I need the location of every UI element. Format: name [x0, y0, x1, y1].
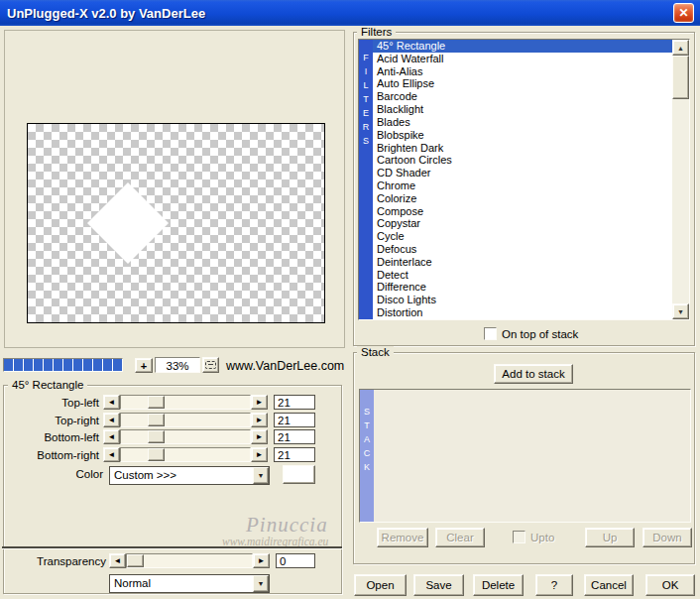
- filter-list-item[interactable]: Defocus: [373, 243, 672, 256]
- slider-value-field[interactable]: 21: [274, 429, 315, 444]
- scroll-down-icon[interactable]: ▼: [672, 303, 689, 319]
- preview-panel: [4, 30, 345, 348]
- color-label: Color: [0, 468, 103, 480]
- slider-thumb[interactable]: [148, 448, 165, 461]
- delete-button[interactable]: Delete: [473, 574, 524, 596]
- filter-list-item[interactable]: Detect: [373, 269, 672, 282]
- stack-listbox: STACK: [359, 389, 691, 523]
- zoom-level-field[interactable]: 33%: [155, 357, 200, 373]
- slider-track[interactable]: [120, 395, 251, 410]
- slider-right-arrow-button[interactable]: ►: [251, 395, 268, 410]
- progress-bar: [3, 358, 123, 372]
- slider-thumb[interactable]: [148, 430, 165, 443]
- filter-list-item[interactable]: Difference: [373, 281, 672, 294]
- scrollbar-thumb[interactable]: [672, 56, 689, 99]
- close-button[interactable]: ✕: [673, 3, 694, 23]
- chevron-down-icon[interactable]: ▼: [253, 575, 269, 592]
- slider-left-arrow-button[interactable]: ◄: [103, 395, 120, 410]
- slider-right-arrow-button[interactable]: ►: [251, 429, 268, 444]
- filter-list-item[interactable]: Blacklight: [373, 103, 672, 116]
- filter-list-item[interactable]: Blobspike: [373, 129, 672, 142]
- params-group-label: 45° Rectangle: [8, 379, 87, 391]
- transparency-left-arrow-button[interactable]: ◄: [109, 553, 126, 568]
- slider-track[interactable]: [120, 429, 251, 444]
- slider-row: Top-left ◄ ► 21: [0, 395, 342, 410]
- watermark-name: Pinuccia: [246, 513, 328, 538]
- slider-thumb[interactable]: [148, 396, 165, 409]
- filter-list-item[interactable]: 45° Rectangle: [373, 40, 672, 53]
- on-top-of-stack-checkbox[interactable]: [484, 327, 497, 340]
- slider-value-field[interactable]: 21: [274, 447, 315, 462]
- add-to-stack-button[interactable]: Add to stack: [494, 364, 573, 384]
- upto-checkbox[interactable]: [513, 531, 525, 543]
- filter-list-item[interactable]: Blades: [373, 116, 672, 129]
- slider-thumb[interactable]: [148, 414, 165, 426]
- slider-track[interactable]: [120, 447, 251, 462]
- slider-value-field[interactable]: 21: [274, 395, 315, 410]
- filter-list-item[interactable]: Compose: [373, 205, 672, 218]
- slider-right-arrow-button[interactable]: ►: [251, 447, 268, 462]
- clear-button[interactable]: Clear: [435, 528, 485, 547]
- transparency-slider-row: ◄ ► 0: [109, 553, 315, 568]
- filter-list-item[interactable]: Auto Ellipse: [373, 77, 672, 90]
- slider-rows: Top-left ◄ ► 21 Top-right ◄ ► 21 Bottom-…: [0, 395, 342, 464]
- stack-vertical-bar: STACK: [360, 390, 374, 522]
- filter-list-item[interactable]: Cartoon Circles: [373, 154, 672, 167]
- transparency-label: Transparency: [0, 555, 106, 567]
- filter-list-item[interactable]: Copystar: [373, 217, 672, 230]
- help-button[interactable]: ?: [535, 574, 573, 596]
- zoom-plus-button[interactable]: +: [135, 358, 153, 373]
- color-swatch[interactable]: [283, 465, 315, 484]
- filter-list-item[interactable]: Acid Waterfall: [373, 53, 672, 65]
- down-button[interactable]: Down: [642, 528, 692, 547]
- preview-diamond-shape: [87, 182, 169, 264]
- filters-vertical-bar: FILTERS: [359, 40, 373, 319]
- slider-track[interactable]: [120, 413, 251, 427]
- slider-right-arrow-button[interactable]: ►: [251, 413, 268, 427]
- transparency-slider-track[interactable]: [126, 553, 253, 568]
- slider-value-field[interactable]: 21: [274, 413, 315, 427]
- color-dropdown[interactable]: Custom >>> ▼: [109, 466, 270, 485]
- save-button[interactable]: Save: [413, 574, 464, 596]
- slider-label: Top-left: [0, 395, 103, 410]
- slider-left-arrow-button[interactable]: ◄: [103, 447, 120, 462]
- filter-list-item[interactable]: Brighten Dark: [373, 142, 672, 155]
- titlebar[interactable]: UnPlugged-X v2.0 by VanDerLee: [0, 0, 700, 26]
- ok-button[interactable]: OK: [645, 574, 695, 596]
- scroll-up-icon[interactable]: ▲: [672, 40, 689, 56]
- filter-list-item[interactable]: CD Shader: [373, 167, 672, 180]
- filter-list-item[interactable]: Disco Lights: [373, 294, 672, 306]
- up-button[interactable]: Up: [585, 528, 635, 547]
- slider-left-arrow-button[interactable]: ◄: [103, 413, 120, 427]
- open-button[interactable]: Open: [354, 574, 407, 596]
- filter-list-item[interactable]: Anti-Alias: [373, 65, 672, 78]
- vendor-url: www.VanDerLee.com: [226, 359, 344, 373]
- filter-list-item[interactable]: Chrome: [373, 180, 672, 192]
- preview-image[interactable]: [27, 123, 325, 323]
- filter-list-item[interactable]: Distortion: [373, 306, 672, 319]
- stack-group-label: Stack: [357, 346, 394, 358]
- slider-row: Top-right ◄ ► 21: [0, 413, 342, 427]
- transparency-right-arrow-button[interactable]: ►: [253, 553, 270, 568]
- blend-mode-dropdown[interactable]: Normal ▼: [109, 574, 270, 593]
- filter-list-item[interactable]: Cycle: [373, 230, 672, 243]
- unplugged-x-dialog: UnPlugged-X v2.0 by VanDerLee ✕ + 33% ww…: [0, 0, 700, 599]
- filter-list-item[interactable]: Colorize: [373, 192, 672, 205]
- filter-list-item[interactable]: Deinterlace: [373, 256, 672, 269]
- slider-row: Bottom-right ◄ ► 21: [0, 447, 342, 462]
- cancel-button[interactable]: Cancel: [584, 574, 634, 596]
- filters-scrollbar[interactable]: ▲ ▼: [672, 40, 689, 319]
- transparency-slider-thumb[interactable]: [127, 554, 144, 567]
- slider-label: Bottom-right: [0, 447, 103, 462]
- color-dropdown-value: Custom >>>: [110, 467, 253, 484]
- filter-list-item[interactable]: Barcode: [373, 90, 672, 103]
- on-top-of-stack-label: On top of stack: [502, 328, 578, 340]
- stack-list[interactable]: [374, 390, 690, 522]
- chevron-down-icon[interactable]: ▼: [253, 467, 269, 484]
- remove-button[interactable]: Remove: [377, 528, 428, 547]
- marquee-button[interactable]: [202, 357, 219, 373]
- transparency-value-field[interactable]: 0: [276, 553, 315, 568]
- filters-vertical-label: FILTERS: [359, 40, 373, 319]
- section-divider: [2, 546, 342, 548]
- slider-left-arrow-button[interactable]: ◄: [103, 429, 120, 444]
